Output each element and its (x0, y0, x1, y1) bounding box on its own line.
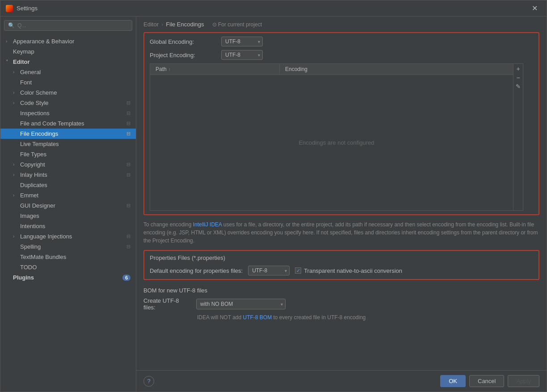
sidebar-item-copyright[interactable]: › Copyright ⊟ (0, 159, 136, 170)
settings-icon: ⊟ (126, 234, 130, 239)
add-encoding-button[interactable]: + (514, 66, 522, 72)
sidebar-item-spelling[interactable]: Spelling ⊟ (0, 242, 136, 252)
sidebar-item-file-types[interactable]: File Types (0, 149, 136, 159)
close-button[interactable]: ✕ (528, 2, 541, 14)
chevron-right-icon: › (13, 100, 18, 105)
sidebar-item-label: Inlay Hints (20, 171, 126, 178)
sidebar-item-images[interactable]: Images (0, 211, 136, 221)
search-icon: 🔍 (8, 22, 15, 29)
bom-info: IDEA will NOT add UTF-8 BOM to every cre… (143, 314, 539, 321)
bom-select[interactable]: with NO BOM with BOM (196, 299, 286, 309)
sidebar-item-color-scheme[interactable]: › Color Scheme (0, 88, 136, 98)
sidebar-item-label: File Types (20, 151, 130, 158)
sidebar-item-editor[interactable]: ˅ Editor (0, 57, 136, 67)
sidebar-item-intentions[interactable]: Intentions (0, 221, 136, 231)
sidebar-item-label: General (20, 69, 130, 75)
search-input[interactable] (17, 22, 128, 29)
table-header: Path ↑ Encoding (150, 64, 523, 75)
sidebar-item-textmate-bundles[interactable]: TextMate Bundles (0, 252, 136, 262)
encoding-label: Encoding (285, 66, 307, 72)
sidebar-item-label: Images (20, 213, 130, 219)
sidebar-item-inlay-hints[interactable]: › Inlay Hints ⊟ (0, 170, 136, 180)
sidebar-item-label: Plugins (13, 274, 122, 281)
encoding-table: Path ↑ Encoding Encodings are not config… (150, 63, 523, 211)
sidebar: 🔍 › Appearance & Behavior Keymap ˅ (0, 17, 136, 392)
sidebar-item-label: Emmet (20, 192, 130, 199)
sidebar-item-label: Copyright (20, 161, 126, 168)
sidebar-item-label: Live Templates (20, 141, 130, 147)
project-encoding-wrapper: UTF-8 UTF-16 ISO-8859-1 (221, 50, 263, 60)
sidebar-item-general[interactable]: › General (0, 67, 136, 77)
sidebar-item-label: Language Injections (20, 233, 126, 240)
sidebar-item-label: Keymap (13, 48, 130, 55)
settings-icon: ⊟ (126, 203, 130, 209)
breadcrumb-bar: Editor › File Encodings ⊙ For current pr… (136, 17, 547, 32)
edit-encoding-button[interactable]: ✎ (514, 83, 522, 89)
sidebar-item-label: Font (20, 79, 130, 86)
sidebar-item-plugins[interactable]: Plugins 6 (0, 272, 136, 283)
properties-row: Default encoding for properties files: U… (150, 266, 533, 275)
settings-icon: ⊟ (126, 121, 130, 126)
sidebar-item-label: Duplicates (20, 182, 130, 188)
sidebar-item-label: File and Code Templates (20, 120, 126, 127)
bom-select-wrapper: with NO BOM with BOM (196, 299, 286, 309)
sidebar-item-file-code-templates[interactable]: File and Code Templates ⊟ (0, 118, 136, 129)
remove-encoding-button[interactable]: − (514, 75, 522, 81)
sidebar-item-code-style[interactable]: › Code Style ⊟ (0, 98, 136, 108)
dialog-body: 🔍 › Appearance & Behavior Keymap ˅ (0, 17, 547, 392)
sidebar-item-label: File Encodings (20, 130, 126, 137)
properties-encoding-select[interactable]: UTF-8 UTF-16 ISO-8859-1 (248, 266, 290, 275)
transparent-checkbox-wrapper[interactable]: ✓ Transparent native-to-ascii conversion (295, 267, 402, 274)
sidebar-item-todo[interactable]: TODO (0, 262, 136, 272)
sidebar-item-emmet[interactable]: › Emmet (0, 190, 136, 200)
content-area: Global Encoding: UTF-8 UTF-16 ISO-8859-1… (136, 32, 547, 370)
apply-button[interactable]: Apply (508, 375, 539, 387)
help-button[interactable]: ? (143, 376, 154, 387)
breadcrumb-current: File Encodings (166, 21, 204, 28)
ok-button[interactable]: OK (440, 375, 466, 387)
utf8-bom-link: UTF-8 BOM (243, 314, 272, 321)
sidebar-item-keymap[interactable]: Keymap (0, 46, 136, 57)
bom-title: BOM for new UTF-8 files (143, 287, 539, 294)
transparent-checkbox-label: Transparent native-to-ascii conversion (304, 267, 402, 274)
chevron-right-icon: › (13, 90, 18, 95)
chevron-right-icon: › (13, 172, 18, 177)
path-label: Path (156, 66, 167, 72)
transparent-checkbox[interactable]: ✓ (295, 267, 301, 274)
main-content: Editor › File Encodings ⊙ For current pr… (136, 17, 547, 392)
sidebar-item-duplicates[interactable]: Duplicates (0, 180, 136, 190)
sidebar-item-label: Color Scheme (20, 89, 130, 96)
sidebar-item-label: Editor (13, 58, 130, 65)
sidebar-item-label: Spelling (20, 243, 126, 250)
sidebar-item-font[interactable]: Font (0, 77, 136, 88)
dialog-title: Settings (17, 5, 528, 12)
sidebar-item-gui-designer[interactable]: GUI Designer ⊟ (0, 200, 136, 211)
project-encoding-label: Project Encoding: (150, 52, 221, 58)
properties-title: Properties Files (*.properties) (150, 254, 533, 261)
sidebar-item-label: Inspections (20, 110, 126, 117)
chevron-down-icon: ˅ (6, 59, 11, 64)
project-encoding-select[interactable]: UTF-8 UTF-16 ISO-8859-1 (221, 50, 263, 60)
sidebar-item-language-injections[interactable]: › Language Injections ⊟ (0, 231, 136, 242)
encoding-column-header: Encoding (280, 64, 523, 75)
default-encoding-label: Default encoding for properties files: (150, 267, 243, 274)
breadcrumb-parent: Editor (143, 21, 159, 28)
sidebar-item-file-encodings[interactable]: File Encodings ⊟ (0, 129, 136, 139)
global-encoding-wrapper: UTF-8 UTF-16 ISO-8859-1 (221, 37, 263, 46)
intellij-link: IntelliJ IDEA (193, 221, 222, 228)
search-box[interactable]: 🔍 (4, 20, 132, 31)
global-encoding-select[interactable]: UTF-8 UTF-16 ISO-8859-1 (221, 37, 263, 46)
sidebar-item-inspections[interactable]: Inspections ⊟ (0, 108, 136, 118)
cancel-button[interactable]: Cancel (469, 375, 504, 387)
dialog-footer: ? OK Cancel Apply (136, 370, 547, 392)
no-data-message: Encodings are not configured (299, 139, 374, 146)
sidebar-item-appearance[interactable]: › Appearance & Behavior (0, 36, 136, 46)
app-icon (6, 5, 13, 12)
sidebar-item-label: Appearance & Behavior (13, 38, 130, 45)
for-current-project: ⊙ For current project (212, 21, 262, 28)
chevron-right-icon: › (13, 162, 18, 167)
bom-row: Create UTF-8 files: with NO BOM with BOM (143, 297, 539, 311)
sidebar-item-live-templates[interactable]: Live Templates (0, 139, 136, 149)
table-side-buttons: + − ✎ (513, 64, 523, 210)
title-bar: Settings ✕ (0, 0, 547, 17)
